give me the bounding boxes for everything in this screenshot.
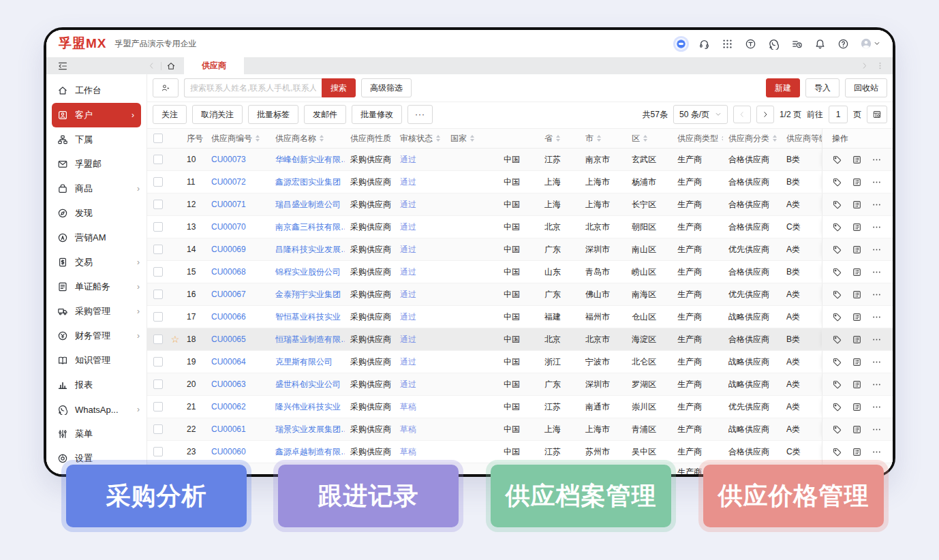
table-row[interactable]: 22CU00061瑞景实业发展集团…采购供应商草稿中国上海上海市青浦区生产商战略… xyxy=(147,418,893,441)
cell-name[interactable]: 瑞景实业发展集团… xyxy=(270,418,345,440)
row-checkbox[interactable] xyxy=(153,290,163,299)
cell-code[interactable]: CU00064 xyxy=(206,351,270,373)
column-header-供应商分类[interactable]: 供应商分类 xyxy=(723,129,781,148)
row-more-icon[interactable] xyxy=(872,379,882,390)
cell-name[interactable]: 华峰创新实业有限… xyxy=(270,149,345,170)
new-button[interactable]: 新建 xyxy=(766,78,800,97)
sidebar-item-孚盟邮[interactable]: 孚盟邮 xyxy=(46,152,147,176)
tag-icon[interactable] xyxy=(832,290,842,300)
sort-icon[interactable] xyxy=(320,135,324,142)
column-header-供应商类型[interactable]: 供应商类型 xyxy=(672,129,723,148)
column-header-区[interactable]: 区 xyxy=(626,129,672,148)
followup-note-icon[interactable] xyxy=(852,357,862,367)
tag-icon[interactable] xyxy=(832,200,842,210)
search-input[interactable] xyxy=(184,78,322,97)
cell-name[interactable]: 锦程实业股份公司 xyxy=(270,261,345,283)
sort-icon[interactable] xyxy=(256,135,260,142)
advanced-filter-button[interactable]: 高级筛选 xyxy=(361,78,412,97)
followup-note-icon[interactable] xyxy=(852,447,862,457)
followup-note-icon[interactable] xyxy=(852,290,862,300)
row-more-icon[interactable] xyxy=(872,245,882,255)
tag-icon[interactable] xyxy=(832,312,842,322)
tab-home-icon[interactable] xyxy=(166,61,176,71)
cell-name[interactable]: 昌隆科技实业发展… xyxy=(270,238,345,260)
cell-code[interactable]: CU00071 xyxy=(206,193,270,215)
cell-name[interactable]: 盛世科创实业公司 xyxy=(270,373,345,395)
bulk-action-发邮件[interactable]: 发邮件 xyxy=(304,105,346,124)
sort-icon[interactable] xyxy=(597,135,601,142)
avatar-icon[interactable] xyxy=(861,38,872,49)
cell-name[interactable]: 克里斯有限公司 xyxy=(270,351,345,373)
help-icon[interactable] xyxy=(837,38,849,50)
row-checkbox[interactable] xyxy=(153,267,163,277)
cell-code[interactable]: CU00069 xyxy=(206,238,270,260)
row-more-icon[interactable] xyxy=(872,447,882,457)
cell-name[interactable]: 隆兴伟业科技实业 xyxy=(270,396,345,418)
table-settings-button[interactable] xyxy=(867,106,887,123)
followup-note-icon[interactable] xyxy=(852,222,862,232)
contact-filter-button[interactable] xyxy=(153,78,179,97)
sidebar-item-知识管理[interactable]: 知识管理 xyxy=(46,348,147,373)
table-row[interactable]: 13CU00070南京鑫三科技有限…采购供应商通过中国北京北京市朝阳区生产商合格… xyxy=(147,216,893,238)
bulk-action-批量标签[interactable]: 批量标签 xyxy=(248,105,298,124)
cell-name[interactable]: 鑫源卓越制造有限… xyxy=(270,441,345,463)
tab-suppliers[interactable]: 供应商 xyxy=(184,57,244,74)
row-checkbox[interactable] xyxy=(153,155,163,164)
cell-code[interactable]: CU00062 xyxy=(206,396,270,418)
goto-page-input[interactable] xyxy=(829,106,848,123)
star-icon[interactable]: ☆ xyxy=(171,335,180,344)
cell-name[interactable]: 南京鑫三科技有限… xyxy=(270,216,345,238)
table-row[interactable]: 10CU00073华峰创新实业有限…采购供应商通过中国江苏南京市玄武区生产商合格… xyxy=(147,149,893,171)
tab-forward-icon[interactable] xyxy=(860,61,869,70)
sidebar-item-菜单[interactable]: 菜单 xyxy=(46,422,147,446)
column-header-供应商性质[interactable]: 供应商性质 xyxy=(345,129,395,148)
cell-name[interactable]: 智恒基业科技实业 xyxy=(270,306,345,328)
row-more-icon[interactable] xyxy=(872,267,882,277)
cell-code[interactable]: CU00061 xyxy=(206,418,270,440)
row-more-icon[interactable] xyxy=(872,222,882,232)
prev-page-button[interactable] xyxy=(733,106,751,123)
ai-assistant-icon[interactable] xyxy=(675,38,687,50)
headset-icon[interactable] xyxy=(698,38,710,50)
cell-code[interactable]: CU00065 xyxy=(206,328,270,350)
sidebar-item-财务管理[interactable]: 财务管理› xyxy=(46,324,147,348)
sort-icon[interactable] xyxy=(436,135,440,142)
sort-icon[interactable] xyxy=(643,135,647,142)
table-row[interactable]: 14CU00069昌隆科技实业发展…采购供应商通过中国广东深圳市南山区生产商优先… xyxy=(147,238,893,261)
followup-note-icon[interactable] xyxy=(852,379,862,390)
table-row[interactable]: 23CU00060鑫源卓越制造有限…采购供应商草稿中国江苏苏州市吴中区生产商合格… xyxy=(147,441,893,463)
select-all-checkbox[interactable] xyxy=(147,129,169,148)
cell-name[interactable]: 恒瑞基业制造有限… xyxy=(270,328,345,350)
cell-code[interactable]: CU00073 xyxy=(206,149,270,170)
row-checkbox[interactable] xyxy=(153,177,163,187)
cell-name[interactable]: 鑫源宏图实业集团 xyxy=(270,171,345,193)
sidebar-item-报表[interactable]: 报表 xyxy=(46,373,147,397)
row-checkbox[interactable] xyxy=(153,402,163,411)
row-more-icon[interactable] xyxy=(872,424,882,435)
sort-icon[interactable] xyxy=(470,135,474,142)
tag-icon[interactable] xyxy=(832,357,842,367)
column-header-供应商名称[interactable]: 供应商名称 xyxy=(270,129,345,148)
bulk-action-取消关注[interactable]: 取消关注 xyxy=(192,105,243,124)
tag-icon[interactable] xyxy=(832,335,842,345)
whatsapp-icon[interactable] xyxy=(768,38,780,50)
table-row[interactable]: ☆18CU00065恒瑞基业制造有限…采购供应商通过中国北京北京市海淀区生产商合… xyxy=(147,328,893,351)
cell-code[interactable]: CU00072 xyxy=(206,171,270,193)
column-header-国家[interactable]: 国家 xyxy=(445,129,539,148)
followup-note-icon[interactable] xyxy=(852,267,862,277)
tag-icon[interactable] xyxy=(832,155,842,165)
column-header-审核状态[interactable]: 审核状态 xyxy=(395,129,445,148)
table-row[interactable]: 17CU00066智恒基业科技实业采购供应商通过中国福建福州市仓山区生产商战略供… xyxy=(147,306,893,328)
tag-icon[interactable] xyxy=(832,447,842,457)
row-more-icon[interactable] xyxy=(872,312,882,322)
import-button[interactable]: 导入 xyxy=(805,78,840,97)
checkbox[interactable] xyxy=(153,134,163,143)
notifications-icon[interactable] xyxy=(814,38,826,50)
sidebar-item-交易[interactable]: 交易› xyxy=(46,250,147,275)
followup-note-icon[interactable] xyxy=(852,200,862,210)
row-more-icon[interactable] xyxy=(872,155,882,165)
sidebar-item-营销AM[interactable]: 营销AM xyxy=(46,225,147,250)
cell-code[interactable]: CU00067 xyxy=(206,283,270,305)
collapse-sidebar-icon[interactable] xyxy=(57,61,68,72)
followup-note-icon[interactable] xyxy=(852,402,862,412)
